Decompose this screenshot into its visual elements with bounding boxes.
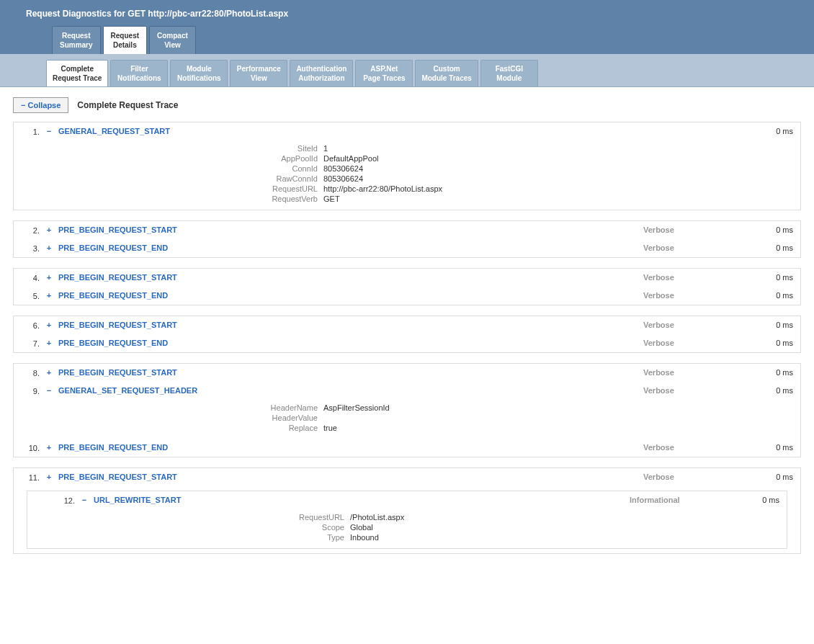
entry-time: 0 ms [757,339,793,347]
top-tab[interactable]: RequestSummary [52,26,101,54]
entry-time: 0 ms [757,291,793,300]
entry-name[interactable]: PRE_BEGIN_REQUEST_END [58,243,638,252]
trace-entry: 9.−GENERAL_SET_REQUEST_HEADERVerbose0 ms [14,382,800,400]
entry-name[interactable]: GENERAL_REQUEST_START [58,127,638,135]
detail-value: DefaultAppPool [323,154,378,163]
detail-key: HeaderValue [14,413,323,422]
entry-name[interactable]: GENERAL_SET_REQUEST_HEADER [58,386,638,395]
top-tab[interactable]: RequestDetails [103,26,147,54]
top-tab[interactable]: CompactView [149,26,196,54]
detail-key: AppPoolId [14,154,323,163]
entry-level: Verbose [643,443,751,452]
sub-tab[interactable]: PerformanceView [230,60,287,86]
collapse-icon[interactable]: − [45,386,53,395]
sub-tab[interactable]: FilterNotifications [110,60,168,86]
trace-group: 6.+PRE_BEGIN_REQUEST_STARTVerbose0 ms7.+… [13,316,801,353]
trace-entry: 6.+PRE_BEGIN_REQUEST_STARTVerbose0 ms [14,316,800,334]
entry-name[interactable]: PRE_BEGIN_REQUEST_END [58,443,638,452]
detail-key: ConnId [14,164,323,173]
detail-value: true [323,424,337,432]
detail-row: HeaderValue [14,413,800,423]
collapse-icon[interactable]: − [81,496,88,504]
trace-group: 11.+PRE_BEGIN_REQUEST_STARTVerbose0 ms12… [13,468,801,554]
entry-name[interactable]: PRE_BEGIN_REQUEST_START [58,273,638,282]
sub-tab[interactable]: ModuleNotifications [170,60,228,86]
entry-details: RequestURL/PhotoList.aspxScopeGlobalType… [40,512,787,542]
sub-tab[interactable]: FastCGIModule [480,60,538,86]
expand-icon[interactable]: + [45,273,53,282]
detail-value: Inbound [350,533,379,542]
entry-name[interactable]: URL_REWRITE_START [94,496,624,504]
page-title: Request Diagnostics for GET http://pbc-a… [6,6,808,26]
detail-row: ScopeGlobal [40,522,787,532]
trace-entry: 10.+PRE_BEGIN_REQUEST_ENDVerbose0 ms [14,439,800,457]
trace-group: 8.+PRE_BEGIN_REQUEST_STARTVerbose0 ms9.−… [13,363,801,457]
detail-row: Replacetrue [14,423,800,433]
collapse-icon[interactable]: − [45,127,53,135]
entry-level: Verbose [643,321,751,329]
sub-tab[interactable]: CustomModule Traces [415,60,478,86]
trace-entry: 12.−URL_REWRITE_STARTInformational0 ms [40,491,787,509]
top-tabs: RequestSummaryRequestDetailsCompactView [6,26,808,54]
trace-entry: 3.+PRE_BEGIN_REQUEST_ENDVerbose0 ms [14,239,800,257]
entry-number: 4. [14,273,40,282]
detail-key: HeaderName [14,403,323,412]
entry-name[interactable]: PRE_BEGIN_REQUEST_START [58,368,638,377]
detail-key: RequestVerb [14,194,323,203]
entry-level: Verbose [643,368,751,377]
entry-number: 1. [14,127,40,136]
entry-level: Informational [630,496,738,504]
entry-number: 2. [14,225,40,235]
entry-name[interactable]: PRE_BEGIN_REQUEST_END [58,339,638,347]
entry-level: Verbose [643,473,751,481]
entry-time: 0 ms [757,386,793,395]
detail-row: TypeInbound [40,532,787,542]
detail-key: Scope [40,523,350,532]
trace-entry: 4.+PRE_BEGIN_REQUEST_STARTVerbose0 ms [14,269,800,287]
expand-icon[interactable]: + [45,243,53,252]
entry-number: 8. [14,368,40,377]
sub-tabs: CompleteRequest TraceFilterNotifications… [0,54,814,87]
detail-value: 805306624 [323,164,363,173]
trace-groups: 1.−GENERAL_REQUEST_START0 msSiteId1AppPo… [13,122,801,554]
collapse-icon: − [21,101,25,109]
expand-icon[interactable]: + [45,339,53,347]
entry-number: 3. [14,243,40,253]
detail-value: Global [350,523,373,532]
detail-row: HeaderNameAspFilterSessionId [14,403,800,413]
expand-icon[interactable]: + [45,291,53,300]
sub-tab[interactable]: CompleteRequest Trace [46,60,108,86]
detail-key: SiteId [14,144,323,153]
entry-name[interactable]: PRE_BEGIN_REQUEST_START [58,473,638,481]
expand-icon[interactable]: + [45,225,53,234]
entry-number: 11. [14,473,40,482]
entry-number: 5. [14,291,40,300]
collapse-button[interactable]: − Collapse [13,97,68,113]
entry-time: 0 ms [757,273,793,282]
entry-name[interactable]: PRE_BEGIN_REQUEST_START [58,225,638,234]
detail-row: AppPoolIdDefaultAppPool [14,153,800,164]
sub-tab[interactable]: AuthenticationAuthorization [290,60,353,86]
entry-level: Verbose [643,291,751,300]
trace-group: 2.+PRE_BEGIN_REQUEST_STARTVerbose0 ms3.+… [13,220,801,258]
collapse-label: Collapse [28,101,61,109]
entry-name[interactable]: PRE_BEGIN_REQUEST_START [58,321,638,329]
detail-value: http://pbc-arr22:80/PhotoList.aspx [323,184,442,193]
expand-icon[interactable]: + [45,321,53,329]
header-bar: Request Diagnostics for GET http://pbc-a… [0,0,814,54]
detail-row: RequestVerbGET [14,194,800,204]
entry-number: 7. [14,339,40,348]
expand-icon[interactable]: + [45,368,53,377]
detail-key: RequestURL [14,184,323,193]
entry-time: 0 ms [757,443,793,452]
entry-details: HeaderNameAspFilterSessionIdHeaderValueR… [14,403,800,433]
entry-time: 0 ms [757,321,793,329]
entry-level: Verbose [643,273,751,282]
entry-time: 0 ms [757,243,793,252]
expand-icon[interactable]: + [45,473,53,481]
trace-entry: 2.+PRE_BEGIN_REQUEST_STARTVerbose0 ms [14,221,800,239]
sub-tab[interactable]: ASP.NetPage Traces [355,60,413,86]
entry-number: 9. [14,386,40,395]
entry-name[interactable]: PRE_BEGIN_REQUEST_END [58,291,638,300]
expand-icon[interactable]: + [45,443,53,452]
